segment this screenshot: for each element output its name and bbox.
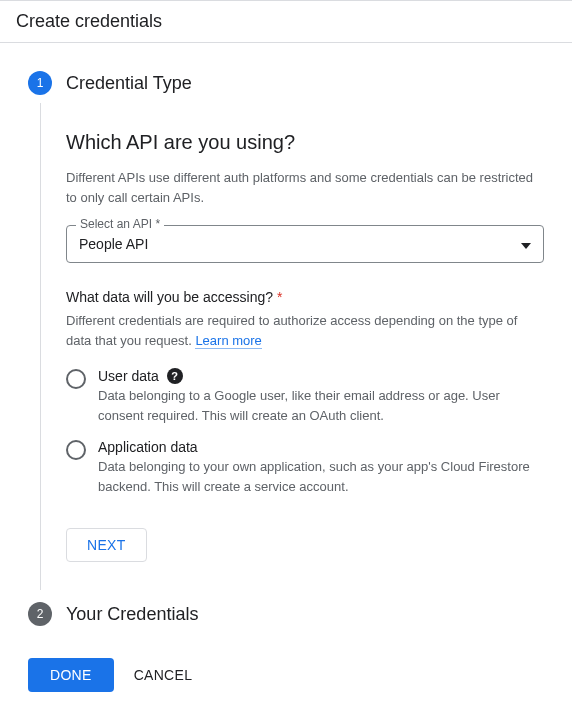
bottom-actions: DONE CANCEL xyxy=(28,658,544,692)
radio-application-data-label-row: Application data xyxy=(98,439,544,455)
next-button[interactable]: NEXT xyxy=(66,528,147,562)
radio-application-data-desc: Data belonging to your own application, … xyxy=(98,457,544,496)
radio-application-data[interactable] xyxy=(66,440,86,460)
api-select-wrap: Select an API * People API xyxy=(66,225,544,263)
main-content: 1 Credential Type Which API are you usin… xyxy=(0,43,572,708)
step-1-badge: 1 xyxy=(28,71,52,95)
cancel-button[interactable]: CANCEL xyxy=(134,667,193,683)
api-section-desc: Different APIs use different auth platfo… xyxy=(66,168,544,207)
data-access-question: What data will you be accessing? * xyxy=(66,289,544,305)
radio-user-data-desc: Data belonging to a Google user, like th… xyxy=(98,386,544,425)
radio-item-user-data: User data ? Data belonging to a Google u… xyxy=(66,368,544,425)
radio-item-application-data: Application data Data belonging to your … xyxy=(66,439,544,496)
api-section-heading: Which API are you using? xyxy=(66,131,544,154)
done-button[interactable]: DONE xyxy=(28,658,114,692)
page-title: Create credentials xyxy=(0,0,572,43)
step-1-header: 1 Credential Type xyxy=(28,71,544,95)
step-2-badge: 2 xyxy=(28,602,52,626)
help-icon[interactable]: ? xyxy=(167,368,183,384)
data-access-question-text: What data will you be accessing? xyxy=(66,289,273,305)
data-access-radio-group: User data ? Data belonging to a Google u… xyxy=(66,368,544,496)
step-1-body: Which API are you using? Different APIs … xyxy=(40,103,544,590)
data-access-desc-text: Different credentials are required to au… xyxy=(66,313,517,348)
required-asterisk: * xyxy=(277,289,282,305)
step-2-header: 2 Your Credentials xyxy=(28,602,544,626)
step-1-title: Credential Type xyxy=(66,73,192,94)
api-select-value: People API xyxy=(79,236,148,252)
radio-user-data-label: User data xyxy=(98,368,159,384)
radio-user-data-content: User data ? Data belonging to a Google u… xyxy=(98,368,544,425)
radio-user-data[interactable] xyxy=(66,369,86,389)
learn-more-link[interactable]: Learn more xyxy=(195,333,261,349)
step-2-title: Your Credentials xyxy=(66,604,198,625)
data-access-desc: Different credentials are required to au… xyxy=(66,311,544,350)
chevron-down-icon xyxy=(521,236,531,252)
api-select-label: Select an API * xyxy=(76,217,164,231)
radio-user-data-label-row: User data ? xyxy=(98,368,544,384)
radio-application-data-content: Application data Data belonging to your … xyxy=(98,439,544,496)
radio-application-data-label: Application data xyxy=(98,439,198,455)
